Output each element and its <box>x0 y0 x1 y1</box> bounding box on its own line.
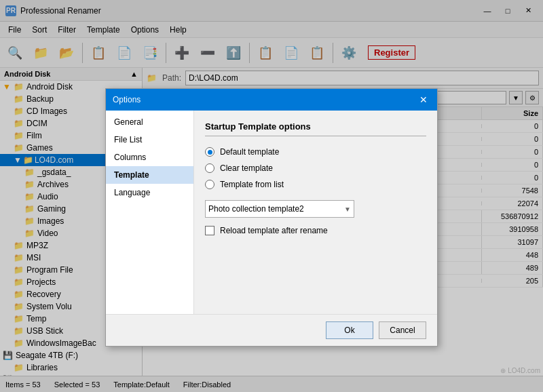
dialog-content: Startup Template options Default templat… <box>194 111 437 314</box>
reload-checkbox-row: Reload template after rename <box>205 226 426 235</box>
radio-label-clear: Clear template <box>220 163 273 173</box>
options-dialog: Options ✕ General File List Columns Temp… <box>105 88 438 347</box>
radio-default-template[interactable]: Default template <box>205 147 426 157</box>
radio-group: Default template Clear template Template… <box>205 147 426 189</box>
template-dropdown[interactable]: Photo collection template2 ▼ <box>205 200 354 218</box>
dialog-nav-columns[interactable]: Columns <box>106 149 193 166</box>
dialog-ok-button[interactable]: Ok <box>326 321 373 339</box>
dialog-nav-general[interactable]: General <box>106 113 193 131</box>
reload-label: Reload template after rename <box>220 226 328 235</box>
dropdown-value: Photo collection template2 <box>208 204 304 214</box>
dialog-section-title: Startup Template options <box>205 121 426 136</box>
radio-btn-from-list[interactable] <box>205 180 214 189</box>
dialog-title-text: Options <box>113 95 141 104</box>
dialog-nav-file-list[interactable]: File List <box>106 131 193 149</box>
radio-label-from-list: Template from list <box>220 180 284 189</box>
dialog-nav-template[interactable]: Template <box>106 166 193 184</box>
modal-overlay: Options ✕ General File List Columns Temp… <box>0 0 543 392</box>
dialog-nav: General File List Columns Template Langu… <box>106 111 194 314</box>
dialog-close-button[interactable]: ✕ <box>417 93 430 106</box>
radio-clear-template[interactable]: Clear template <box>205 163 426 173</box>
radio-btn-clear[interactable] <box>205 163 214 173</box>
dialog-footer: Ok Cancel <box>106 314 437 346</box>
reload-checkbox[interactable] <box>205 226 214 235</box>
dropdown-arrow-icon: ▼ <box>344 205 351 213</box>
radio-btn-default[interactable] <box>205 147 214 157</box>
dialog-nav-language[interactable]: Language <box>106 184 193 201</box>
template-dropdown-row: Photo collection template2 ▼ <box>205 200 426 218</box>
dialog-title-bar: Options ✕ <box>106 89 437 111</box>
radio-template-from-list[interactable]: Template from list <box>205 180 426 189</box>
dialog-body: General File List Columns Template Langu… <box>106 111 437 314</box>
dialog-cancel-button[interactable]: Cancel <box>379 321 426 339</box>
radio-label-default: Default template <box>220 147 279 157</box>
